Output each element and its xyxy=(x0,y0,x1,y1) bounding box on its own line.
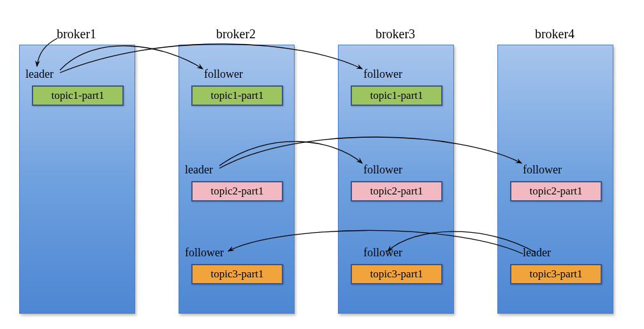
partition-topic2: topic2-part1 xyxy=(351,181,443,201)
broker-2-label: broker2 xyxy=(179,27,293,41)
broker-1-label: broker1 xyxy=(19,27,134,41)
role-label: leader xyxy=(26,68,54,81)
role-label: follower xyxy=(363,163,402,177)
role-label: leader xyxy=(523,246,551,260)
partition-topic1: topic1-part1 xyxy=(32,85,124,106)
partition-topic3: topic3-part1 xyxy=(191,264,283,284)
partition-topic2: topic2-part1 xyxy=(191,181,283,201)
broker-4-label: broker4 xyxy=(497,27,612,41)
role-label: follower xyxy=(363,68,402,81)
partition-topic1: topic1-part1 xyxy=(191,85,283,106)
partition-topic1: topic1-part1 xyxy=(351,85,443,106)
partition-topic3: topic3-part1 xyxy=(351,264,443,284)
partition-topic2: topic2-part1 xyxy=(510,181,602,201)
role-label: follower xyxy=(204,68,243,81)
role-label: leader xyxy=(185,163,213,177)
role-label: follower xyxy=(363,246,402,260)
partition-topic3: topic3-part1 xyxy=(510,264,602,284)
role-label: follower xyxy=(523,163,562,177)
role-label: follower xyxy=(185,246,224,260)
broker-3-label: broker3 xyxy=(338,27,453,41)
